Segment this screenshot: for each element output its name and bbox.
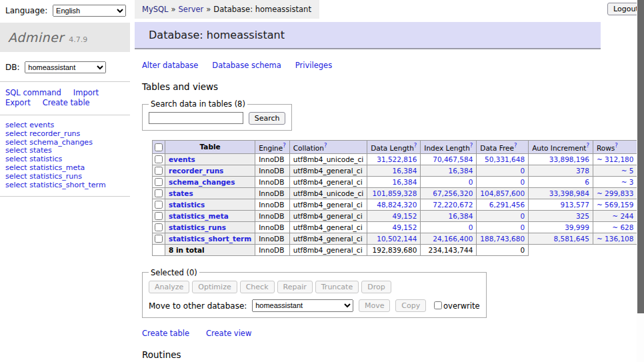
index-length-link[interactable]: 0 xyxy=(469,178,473,186)
move-button[interactable]: Move xyxy=(359,299,391,312)
table-name-link[interactable]: states xyxy=(169,189,193,197)
rows-link[interactable]: ~ 628 xyxy=(612,223,633,231)
data-free-link[interactable]: 0 xyxy=(520,178,525,186)
data-length-link[interactable]: 49,152 xyxy=(393,212,417,220)
data-free-link[interactable]: 6,291,456 xyxy=(489,201,525,209)
truncate-button[interactable]: Truncate xyxy=(315,281,359,293)
row-select-checkbox[interactable] xyxy=(155,167,163,175)
data-free-link[interactable]: 0 xyxy=(520,212,525,220)
data-free-link[interactable]: 0 xyxy=(520,223,525,231)
data-free-link[interactable]: 104,857,600 xyxy=(480,189,525,197)
auto-increment-link[interactable]: 33,898,196 xyxy=(549,155,589,163)
search-input[interactable] xyxy=(149,112,243,124)
repair-button[interactable]: Repair xyxy=(277,281,313,293)
scrollbar-thumb[interactable] xyxy=(637,0,644,313)
index-length-link[interactable]: 16,384 xyxy=(449,212,473,220)
table-name-link[interactable]: statistics_runs xyxy=(169,223,226,231)
data-free-link[interactable]: 188,743,680 xyxy=(480,235,525,243)
index-length-link[interactable]: 70,467,584 xyxy=(433,155,473,163)
breadcrumb-server-type-link[interactable]: MySQL xyxy=(142,5,169,14)
check-button[interactable]: Check xyxy=(240,281,275,293)
select-statistics-meta-link[interactable]: select statistics_meta xyxy=(5,164,130,173)
data-free-help-link[interactable]: ? xyxy=(514,142,517,149)
import-link[interactable]: Import xyxy=(73,88,99,97)
select-all-checkbox[interactable] xyxy=(155,143,163,151)
overwrite-label[interactable]: overwrite xyxy=(443,301,480,310)
index-length-link[interactable]: 24,166,400 xyxy=(433,235,473,243)
language-select[interactable]: English xyxy=(53,5,126,17)
create-table-link[interactable]: Create table xyxy=(142,329,189,338)
index-length-help-link[interactable]: ? xyxy=(470,142,473,149)
auto-increment-link[interactable]: 33,398,984 xyxy=(549,189,589,197)
table-name-link[interactable]: events xyxy=(169,155,195,163)
alter-database-link[interactable]: Alter database xyxy=(142,61,198,70)
table-name-link[interactable]: recorder_runs xyxy=(169,167,223,175)
rows-link[interactable]: ~ 244 xyxy=(612,212,633,220)
auto-increment-help-link[interactable]: ? xyxy=(586,142,589,149)
row-select-checkbox[interactable] xyxy=(155,201,163,209)
rows-link[interactable]: ~ 312,180 xyxy=(597,155,634,163)
table-name-link[interactable]: schema_changes xyxy=(169,178,235,186)
data-length-link[interactable]: 16,384 xyxy=(393,167,417,175)
create-view-link[interactable]: Create view xyxy=(206,329,251,338)
export-link[interactable]: Export xyxy=(5,98,31,107)
table-name-link[interactable]: statistics_meta xyxy=(169,212,229,220)
engine-help-link[interactable]: ? xyxy=(283,142,286,149)
row-select-checkbox[interactable] xyxy=(155,223,163,231)
table-name-link[interactable]: statistics_short_term xyxy=(169,235,251,243)
index-length-link[interactable]: 0 xyxy=(469,223,473,231)
auto-increment-link[interactable]: 8,581,645 xyxy=(553,235,589,243)
rows-link[interactable]: ~ 3 xyxy=(621,178,634,186)
data-length-link[interactable]: 10,502,144 xyxy=(377,235,417,243)
data-free-link[interactable]: 0 xyxy=(520,167,525,175)
create-table-link[interactable]: Create table xyxy=(43,98,90,107)
data-length-link[interactable]: 31,522,816 xyxy=(377,155,417,163)
rows-link[interactable]: ~ 569,159 xyxy=(597,201,634,209)
data-free-link[interactable]: 50,331,648 xyxy=(485,155,525,163)
auto-increment-link[interactable]: 6 xyxy=(585,178,589,186)
sql-command-link[interactable]: SQL command xyxy=(5,88,61,97)
auto-increment-link[interactable]: 325 xyxy=(576,212,589,220)
index-length-link[interactable]: 67,256,320 xyxy=(433,189,473,197)
db-select[interactable]: homeassistant xyxy=(25,61,106,73)
collation-help-link[interactable]: ? xyxy=(324,142,327,149)
rows-link[interactable]: ~ 5 xyxy=(621,167,634,175)
optimize-button[interactable]: Optimize xyxy=(192,281,237,293)
row-select-checkbox[interactable] xyxy=(155,155,163,163)
row-select-checkbox[interactable] xyxy=(155,189,163,197)
database-schema-link[interactable]: Database schema xyxy=(212,61,281,70)
table-name-link[interactable]: statistics xyxy=(169,201,205,209)
select-events-link[interactable]: select events xyxy=(5,121,130,130)
data-length-cell: 16,384 xyxy=(367,165,421,176)
index-length-link[interactable]: 72,220,672 xyxy=(433,201,473,209)
rows-link[interactable]: ~ 136,108 xyxy=(597,235,634,243)
vertical-scrollbar[interactable] xyxy=(637,0,644,362)
data-length-help-link[interactable]: ? xyxy=(414,142,417,149)
data-length-link[interactable]: 48,824,320 xyxy=(377,201,417,209)
row-select-checkbox[interactable] xyxy=(155,178,163,186)
index-length-link[interactable]: 16,384 xyxy=(449,167,473,175)
row-select-checkbox[interactable] xyxy=(155,212,163,220)
select-statistics-runs-link[interactable]: select statistics_runs xyxy=(5,173,130,181)
overwrite-checkbox[interactable] xyxy=(434,301,442,309)
select-statistics-short-term-link[interactable]: select statistics_short_term xyxy=(5,181,130,190)
data-length-cell: 10,502,144 xyxy=(367,233,421,244)
privileges-link[interactable]: Privileges xyxy=(295,61,332,70)
drop-button[interactable]: Drop xyxy=(361,281,391,293)
move-database-select[interactable]: homeassistant xyxy=(252,299,353,312)
select-recorder-runs-link[interactable]: select recorder_runs xyxy=(5,130,130,139)
auto-increment-link[interactable]: 913,577 xyxy=(561,201,589,209)
copy-button[interactable]: Copy xyxy=(395,299,426,312)
rows-help-link[interactable]: ? xyxy=(615,142,618,149)
auto-increment-link[interactable]: 39,999 xyxy=(565,223,589,231)
row-select-checkbox[interactable] xyxy=(155,235,163,243)
search-button[interactable]: Search xyxy=(249,112,286,125)
breadcrumb-server-link[interactable]: Server xyxy=(179,5,204,14)
auto-increment-link[interactable]: 378 xyxy=(576,167,589,175)
data-length-link[interactable]: 49,152 xyxy=(393,223,417,231)
analyze-button[interactable]: Analyze xyxy=(149,281,189,293)
rows-link[interactable]: ~ 299,833 xyxy=(597,189,634,197)
data-length-link[interactable]: 16,384 xyxy=(393,178,417,186)
total-label-cell: 8 in total xyxy=(165,244,255,255)
data-length-link[interactable]: 101,859,328 xyxy=(373,189,417,197)
